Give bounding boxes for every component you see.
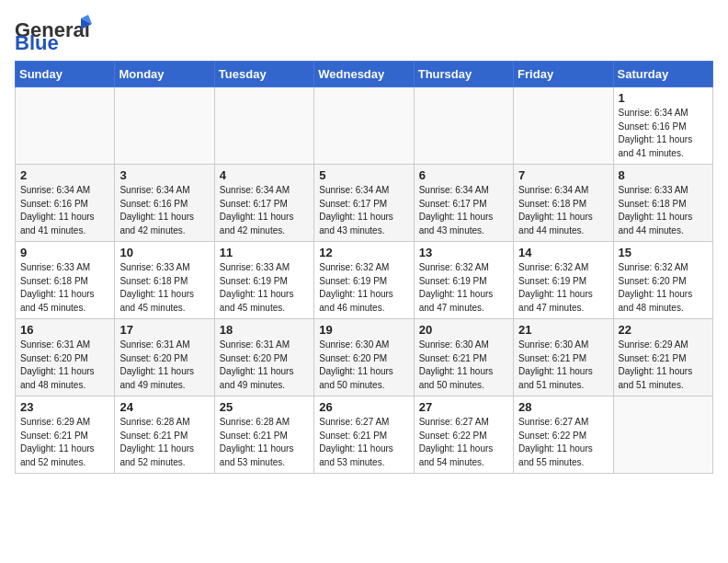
day-info: Sunrise: 6:32 AM Sunset: 6:19 PM Dayligh… <box>518 261 608 315</box>
day-info: Sunrise: 6:34 AM Sunset: 6:17 PM Dayligh… <box>319 184 408 237</box>
day-info: Sunrise: 6:31 AM Sunset: 6:20 PM Dayligh… <box>220 339 309 392</box>
day-number: 2 <box>20 168 109 182</box>
day-number: 18 <box>220 323 309 337</box>
day-number: 14 <box>518 246 608 259</box>
calendar-cell: 10Sunrise: 6:33 AM Sunset: 6:18 PM Dayli… <box>115 242 214 319</box>
calendar-cell: 5Sunrise: 6:34 AM Sunset: 6:17 PM Daylig… <box>314 165 414 242</box>
calendar-cell: 20Sunrise: 6:30 AM Sunset: 6:21 PM Dayli… <box>414 319 513 396</box>
calendar-cell <box>314 87 414 165</box>
day-info: Sunrise: 6:34 AM Sunset: 6:16 PM Dayligh… <box>119 184 209 237</box>
day-number: 20 <box>419 323 508 337</box>
day-number: 3 <box>119 168 209 182</box>
calendar-cell: 15Sunrise: 6:32 AM Sunset: 6:20 PM Dayli… <box>613 242 712 319</box>
day-info: Sunrise: 6:30 AM Sunset: 6:20 PM Dayligh… <box>319 339 408 392</box>
day-info: Sunrise: 6:33 AM Sunset: 6:19 PM Dayligh… <box>220 261 309 315</box>
calendar-cell: 25Sunrise: 6:28 AM Sunset: 6:21 PM Dayli… <box>214 396 313 474</box>
calendar-header-row: SundayMondayTuesdayWednesdayThursdayFrid… <box>16 62 713 87</box>
day-info: Sunrise: 6:27 AM Sunset: 6:22 PM Dayligh… <box>518 416 608 469</box>
day-info: Sunrise: 6:30 AM Sunset: 6:21 PM Dayligh… <box>518 339 608 392</box>
day-number: 11 <box>220 246 309 259</box>
calendar-table: SundayMondayTuesdayWednesdayThursdayFrid… <box>15 61 713 474</box>
day-number: 1 <box>619 91 708 105</box>
calendar-cell: 27Sunrise: 6:27 AM Sunset: 6:22 PM Dayli… <box>414 396 513 474</box>
day-number: 6 <box>419 168 508 182</box>
day-number: 5 <box>319 168 408 182</box>
calendar-week-row: 23Sunrise: 6:29 AM Sunset: 6:21 PM Dayli… <box>16 396 713 474</box>
weekday-header: Saturday <box>613 62 712 87</box>
calendar-cell <box>214 87 313 165</box>
calendar-cell <box>115 87 214 165</box>
calendar-cell <box>514 87 613 165</box>
calendar-week-row: 16Sunrise: 6:31 AM Sunset: 6:20 PM Dayli… <box>16 319 713 396</box>
calendar-cell: 8Sunrise: 6:33 AM Sunset: 6:18 PM Daylig… <box>613 165 712 242</box>
logo: General Blue <box>15 15 101 50</box>
day-info: Sunrise: 6:28 AM Sunset: 6:21 PM Dayligh… <box>119 416 209 469</box>
day-info: Sunrise: 6:27 AM Sunset: 6:22 PM Dayligh… <box>419 416 508 469</box>
day-info: Sunrise: 6:27 AM Sunset: 6:21 PM Dayligh… <box>319 416 408 469</box>
calendar-cell: 2Sunrise: 6:34 AM Sunset: 6:16 PM Daylig… <box>16 165 115 242</box>
calendar-cell: 7Sunrise: 6:34 AM Sunset: 6:18 PM Daylig… <box>514 165 613 242</box>
calendar-cell: 22Sunrise: 6:29 AM Sunset: 6:21 PM Dayli… <box>613 319 712 396</box>
calendar-cell <box>16 87 115 165</box>
calendar-cell <box>613 396 712 474</box>
day-number: 22 <box>619 323 708 337</box>
day-info: Sunrise: 6:34 AM Sunset: 6:17 PM Dayligh… <box>419 184 508 237</box>
calendar-cell: 3Sunrise: 6:34 AM Sunset: 6:16 PM Daylig… <box>115 165 214 242</box>
calendar-week-row: 9Sunrise: 6:33 AM Sunset: 6:18 PM Daylig… <box>16 242 713 319</box>
day-number: 25 <box>220 400 309 414</box>
day-number: 19 <box>319 323 408 337</box>
day-number: 17 <box>119 323 209 337</box>
calendar-cell: 28Sunrise: 6:27 AM Sunset: 6:22 PM Dayli… <box>514 396 613 474</box>
logo-icon: General Blue <box>15 15 97 50</box>
day-info: Sunrise: 6:32 AM Sunset: 6:19 PM Dayligh… <box>319 261 408 315</box>
weekday-header: Monday <box>115 62 214 87</box>
day-number: 10 <box>119 246 209 259</box>
day-info: Sunrise: 6:32 AM Sunset: 6:19 PM Dayligh… <box>419 261 508 315</box>
calendar-cell: 23Sunrise: 6:29 AM Sunset: 6:21 PM Dayli… <box>16 396 115 474</box>
day-number: 27 <box>419 400 508 414</box>
page-header: General Blue <box>15 15 713 50</box>
svg-text:Blue: Blue <box>15 31 59 50</box>
calendar-cell: 11Sunrise: 6:33 AM Sunset: 6:19 PM Dayli… <box>214 242 313 319</box>
day-info: Sunrise: 6:29 AM Sunset: 6:21 PM Dayligh… <box>20 416 109 469</box>
day-info: Sunrise: 6:29 AM Sunset: 6:21 PM Dayligh… <box>619 339 708 392</box>
day-info: Sunrise: 6:31 AM Sunset: 6:20 PM Dayligh… <box>20 339 109 392</box>
day-number: 4 <box>220 168 309 182</box>
calendar-cell: 6Sunrise: 6:34 AM Sunset: 6:17 PM Daylig… <box>414 165 513 242</box>
weekday-header: Wednesday <box>314 62 414 87</box>
calendar-cell: 21Sunrise: 6:30 AM Sunset: 6:21 PM Dayli… <box>514 319 613 396</box>
day-number: 8 <box>619 168 708 182</box>
day-number: 23 <box>20 400 109 414</box>
calendar-cell: 24Sunrise: 6:28 AM Sunset: 6:21 PM Dayli… <box>115 396 214 474</box>
calendar-cell: 9Sunrise: 6:33 AM Sunset: 6:18 PM Daylig… <box>16 242 115 319</box>
weekday-header: Sunday <box>16 62 115 87</box>
calendar-cell: 1Sunrise: 6:34 AM Sunset: 6:16 PM Daylig… <box>613 87 712 165</box>
calendar-cell: 12Sunrise: 6:32 AM Sunset: 6:19 PM Dayli… <box>314 242 414 319</box>
calendar-cell: 14Sunrise: 6:32 AM Sunset: 6:19 PM Dayli… <box>514 242 613 319</box>
day-info: Sunrise: 6:33 AM Sunset: 6:18 PM Dayligh… <box>619 184 708 237</box>
day-number: 28 <box>518 400 608 414</box>
calendar-cell: 4Sunrise: 6:34 AM Sunset: 6:17 PM Daylig… <box>214 165 313 242</box>
day-number: 24 <box>119 400 209 414</box>
weekday-header: Thursday <box>414 62 513 87</box>
calendar-cell: 18Sunrise: 6:31 AM Sunset: 6:20 PM Dayli… <box>214 319 313 396</box>
calendar-week-row: 1Sunrise: 6:34 AM Sunset: 6:16 PM Daylig… <box>16 87 713 165</box>
day-info: Sunrise: 6:34 AM Sunset: 6:18 PM Dayligh… <box>518 184 608 237</box>
calendar-cell: 26Sunrise: 6:27 AM Sunset: 6:21 PM Dayli… <box>314 396 414 474</box>
day-info: Sunrise: 6:31 AM Sunset: 6:20 PM Dayligh… <box>119 339 209 392</box>
day-info: Sunrise: 6:30 AM Sunset: 6:21 PM Dayligh… <box>419 339 508 392</box>
day-number: 13 <box>419 246 508 259</box>
day-info: Sunrise: 6:34 AM Sunset: 6:16 PM Dayligh… <box>20 184 109 237</box>
calendar-cell <box>414 87 513 165</box>
calendar-week-row: 2Sunrise: 6:34 AM Sunset: 6:16 PM Daylig… <box>16 165 713 242</box>
day-number: 12 <box>319 246 408 259</box>
day-number: 16 <box>20 323 109 337</box>
day-info: Sunrise: 6:28 AM Sunset: 6:21 PM Dayligh… <box>220 416 309 469</box>
calendar-cell: 19Sunrise: 6:30 AM Sunset: 6:20 PM Dayli… <box>314 319 414 396</box>
weekday-header: Tuesday <box>214 62 313 87</box>
day-number: 21 <box>518 323 608 337</box>
day-info: Sunrise: 6:34 AM Sunset: 6:16 PM Dayligh… <box>619 107 708 160</box>
calendar-cell: 17Sunrise: 6:31 AM Sunset: 6:20 PM Dayli… <box>115 319 214 396</box>
day-info: Sunrise: 6:32 AM Sunset: 6:20 PM Dayligh… <box>619 261 708 315</box>
day-number: 7 <box>518 168 608 182</box>
